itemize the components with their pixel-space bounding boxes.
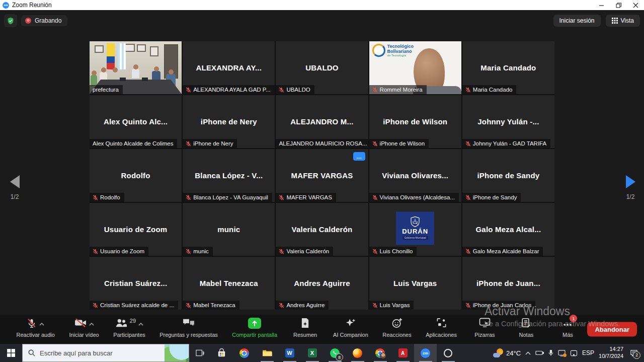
participant-tile[interactable]: ALEJANDRO M...ALEJANDRO MAURICIO ROSA... bbox=[276, 95, 368, 148]
language-indicator[interactable]: ESP bbox=[582, 349, 594, 356]
taskbar-app-firefox[interactable] bbox=[346, 344, 369, 362]
task-view-button[interactable] bbox=[189, 344, 210, 362]
taskbar-app-chrome-profile[interactable] bbox=[369, 344, 391, 362]
muted-mic-icon bbox=[279, 87, 284, 93]
participant-tile[interactable]: UBALDOUBALDO bbox=[276, 41, 368, 94]
participant-tile[interactable]: Luis VargasLuis Vargas bbox=[369, 257, 461, 310]
weather-widget[interactable]: 24°C bbox=[493, 348, 521, 357]
previous-page-control[interactable]: 1/2 bbox=[3, 175, 26, 200]
toolbar-item-more[interactable]: Más1 bbox=[554, 318, 581, 338]
toolbar-item-participants[interactable]: 29Participantes bbox=[113, 318, 145, 338]
security-shield-icon[interactable] bbox=[4, 14, 17, 27]
participant-tile[interactable]: MAFER VARGASMAFER VARGAS… bbox=[276, 149, 368, 202]
meeting-top-bar: Grabando Iniciar sesión Vista bbox=[4, 14, 640, 28]
participant-tile[interactable]: iPhone de NeryiPhone de Nery bbox=[183, 95, 275, 148]
participant-tile[interactable]: Blanca López - V...Blanca López - VA Gua… bbox=[183, 149, 275, 202]
next-page-arrow-icon[interactable] bbox=[626, 175, 635, 188]
participant-tile[interactable]: RodolfoRodolfo bbox=[90, 149, 182, 202]
show-hidden-icons-chevron[interactable] bbox=[525, 351, 531, 355]
restore-button[interactable] bbox=[610, 0, 627, 10]
toolbar-item-q-and-a[interactable]: Preguntas y respuestas bbox=[159, 318, 218, 338]
firefox-icon bbox=[353, 348, 362, 358]
taskbar-app-word[interactable]: W bbox=[278, 344, 301, 362]
participant-name-label: UBALDO bbox=[276, 85, 314, 94]
participant-tile[interactable]: Johnny Yulán -...Johnny Yulán - GAD TARI… bbox=[462, 95, 554, 148]
participant-tile[interactable]: iPhone de WilsoniPhone de Wilson bbox=[369, 95, 461, 148]
toolbar-item-whiteboards[interactable]: Pizarras bbox=[471, 318, 498, 338]
chevron-up-icon[interactable] bbox=[89, 319, 94, 328]
muted-mic-icon bbox=[465, 303, 471, 308]
taskbar-app-excel[interactable]: X bbox=[301, 344, 324, 362]
participant-tile[interactable]: Valeria CalderónValeria Calderón bbox=[276, 203, 368, 256]
view-button[interactable]: Vista bbox=[606, 15, 640, 27]
participant-tile[interactable]: Maria CandadoMaria Candado bbox=[462, 41, 554, 94]
toolbar-item-apps[interactable]: Aplicaciones bbox=[426, 318, 457, 338]
participant-tile[interactable]: Viviana Olivares...Viviana Olivares (Alc… bbox=[369, 149, 461, 202]
participant-tile[interactable]: Cristian Suárez...Cristian Suárez alcald… bbox=[90, 257, 182, 310]
recording-indicator[interactable]: Grabando bbox=[21, 15, 67, 26]
chevron-up-icon[interactable] bbox=[39, 319, 44, 328]
leave-meeting-button[interactable]: Abandonar bbox=[587, 322, 637, 337]
bing-daily-image[interactable] bbox=[165, 344, 189, 361]
recording-dot bbox=[563, 353, 567, 357]
participant-tile[interactable]: Galo Meza Alcal...Galo Meza Alcalde Balz… bbox=[462, 203, 554, 256]
minimize-button[interactable] bbox=[593, 0, 610, 10]
toolbar-item-share-screen[interactable]: Compartir pantalla bbox=[232, 318, 277, 338]
taskbar-app-opera[interactable] bbox=[437, 344, 459, 362]
toolbar-item-ai-companion[interactable]: AI Companion bbox=[333, 318, 368, 338]
apps-icon bbox=[436, 318, 447, 328]
share-icon bbox=[248, 318, 261, 329]
toolbar-item-notes[interactable]: Notas bbox=[513, 318, 540, 338]
screen-share-tray-icon[interactable] bbox=[558, 350, 566, 356]
participant-tile[interactable]: ALEXANDRA AY...ALEXANDRA AYALA GAD P... bbox=[183, 41, 275, 94]
next-page-control[interactable]: 1/2 bbox=[619, 175, 642, 200]
participant-name-label: Mabel Tenezaca bbox=[183, 301, 239, 310]
participant-tile[interactable]: TecnológicoBolivarianode TecnologíaRomme… bbox=[369, 41, 461, 94]
chevron-up-icon[interactable] bbox=[138, 319, 143, 328]
close-button[interactable] bbox=[627, 0, 644, 10]
toolbar-item-start-video[interactable]: Iniciar vídeo bbox=[69, 318, 99, 338]
participant-tile[interactable]: Mabel TenezacaMabel Tenezaca bbox=[183, 257, 275, 310]
taskbar-apps: WX8Azm bbox=[210, 344, 459, 362]
toolbar-item-reactions[interactable]: Reacciones bbox=[382, 318, 411, 338]
start-button[interactable] bbox=[0, 344, 22, 362]
participant-tile[interactable]: DURÁNGobierno MunicipalLuis Chonillo bbox=[369, 203, 461, 256]
muted-mic-icon bbox=[372, 195, 378, 200]
taskbar-app-whatsapp[interactable]: 8 bbox=[324, 344, 346, 362]
participant-tile[interactable]: prefectura bbox=[90, 41, 182, 94]
toolbar-item-label: Pizarras bbox=[474, 332, 495, 338]
itb-logo: TecnológicoBolivarianode Tecnología bbox=[372, 44, 414, 57]
notification-center-button[interactable]: 2 bbox=[630, 349, 638, 357]
participant-tile[interactable]: Usuario de ZoomUsuario de Zoom bbox=[90, 203, 182, 256]
toolbar-item-summary[interactable]: Resumen bbox=[292, 318, 319, 338]
clock[interactable]: 14:27 10/7/2024 bbox=[599, 346, 623, 360]
participant-tile[interactable]: Andres AguirreAndres Aguirre bbox=[276, 257, 368, 310]
taskbar-app-store[interactable] bbox=[210, 344, 233, 362]
display-tray-icon[interactable] bbox=[570, 350, 578, 356]
toolbar-item-unmute[interactable]: Reactivar audio bbox=[16, 318, 54, 338]
participant-tile[interactable]: Alex Quinto Alc...Alex Quinto Alcalde de… bbox=[90, 95, 182, 148]
duran-logo-avatar: DURÁNGobierno Municipal bbox=[396, 211, 434, 245]
battery-icon[interactable] bbox=[535, 350, 544, 355]
taskbar-app-acrobat[interactable]: A bbox=[391, 344, 414, 362]
muted-mic-icon bbox=[279, 195, 284, 200]
participant-tile[interactable]: iPhone de SandyiPhone de Sandy bbox=[462, 149, 554, 202]
muted-mic-icon bbox=[93, 249, 98, 254]
toolbar-item-label: Más bbox=[562, 332, 573, 338]
search-box[interactable]: Escribe aquí para buscar bbox=[22, 344, 189, 362]
taskbar-app-chrome[interactable] bbox=[233, 344, 256, 362]
participant-tile[interactable]: iPhone de Juan...iPhone de Juan Carlos bbox=[462, 257, 554, 310]
microphone-tray-icon[interactable] bbox=[548, 349, 553, 356]
app-badge: 8 bbox=[336, 353, 343, 361]
tile-options-button[interactable]: … bbox=[353, 152, 365, 161]
participant-tile[interactable]: municmunic bbox=[183, 203, 275, 256]
participant-grid: prefecturaALEXANDRA AY...ALEXANDRA AYALA… bbox=[90, 41, 554, 310]
sign-in-button[interactable]: Iniciar sesión bbox=[553, 15, 601, 27]
excel-icon: X bbox=[308, 348, 317, 357]
taskbar-app-explorer[interactable] bbox=[256, 344, 278, 362]
taskbar-app-zoom[interactable]: zm bbox=[414, 344, 437, 362]
muted-mic-icon bbox=[279, 303, 284, 308]
word-icon: W bbox=[285, 348, 294, 357]
previous-page-arrow-icon[interactable] bbox=[10, 175, 20, 188]
camera-muted-icon bbox=[74, 318, 87, 328]
